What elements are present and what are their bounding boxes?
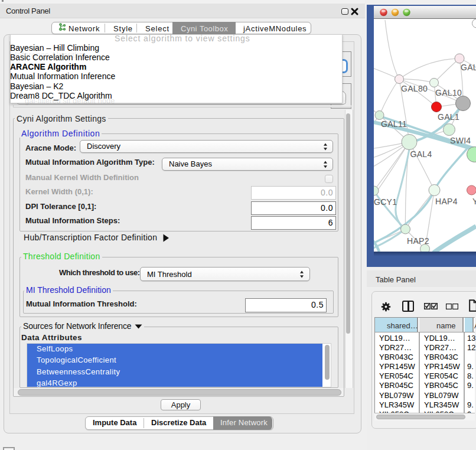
svg-text:GAL2: GAL2 (461, 63, 476, 72)
svg-text:GCY1: GCY1 (374, 197, 397, 207)
svg-text:GAL1: GAL1 (438, 112, 459, 122)
svg-text:HAP2: HAP2 (407, 236, 429, 246)
svg-text:GAL80: GAL80 (401, 84, 428, 93)
svg-text:GAL11: GAL11 (381, 119, 407, 129)
svg-text:HAP4: HAP4 (435, 197, 458, 206)
svg-text:YB: YB (472, 197, 476, 206)
svg-text:SWI4: SWI4 (450, 136, 471, 145)
svg-text:GAL10: GAL10 (435, 88, 462, 97)
svg-text:GAL4: GAL4 (410, 149, 432, 159)
